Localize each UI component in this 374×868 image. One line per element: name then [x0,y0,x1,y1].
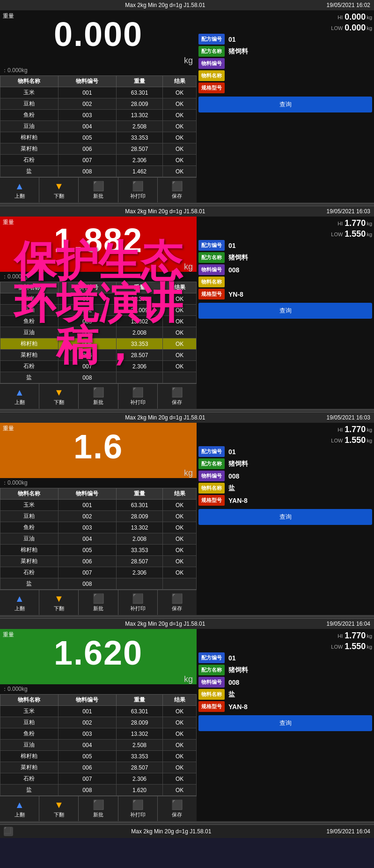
material-weight: 33.353 [116,545,162,556]
query-button[interactable]: 查询 [198,509,372,525]
recipe-code-label: 配方编号 [198,446,225,457]
btn-下翻[interactable]: ▼ 下翻 [39,590,79,615]
material-weight [116,578,162,590]
material-result: OK [163,706,197,717]
table-row: 石粉 007 2.306 OK [0,361,197,372]
query-button[interactable]: 查询 [198,303,372,319]
content-area: 重量 1.620 kg ：0.000kg 物料名称物料编号重量结果 [0,629,374,821]
low-row: LOW 1.550 kg [198,229,372,239]
btn-上翻[interactable]: ▲ 上翻 [0,590,39,615]
table-row: 玉米 001 63.301 OK [0,293,197,305]
material-code-label: 物料编号 [198,677,225,688]
btn-新批[interactable]: ⬛ 新批 [79,178,118,202]
material-result: OK [163,166,197,177]
btn-保存[interactable]: ⬛ 保存 [158,384,197,409]
material-code: 002 [58,98,116,110]
btn-下翻[interactable]: ▼ 下翻 [39,796,79,821]
header-bar: Max 2kg Min 20g d=1g J1.58.01 19/05/2021… [0,619,374,629]
material-name: 豆粕 [0,305,59,316]
material-weight: 28.009 [116,98,162,110]
material-code-value: 008 [228,679,239,686]
btn-下翻[interactable]: ▼ 下翻 [39,384,79,409]
low-value: 1.550 [345,229,366,239]
material-result: OK [163,143,197,155]
header-bar: Max 2kg Min 20g d=1g J1.58.01 19/05/2021… [0,206,374,217]
btn-新批[interactable]: ⬛ 新批 [79,590,118,615]
material-name: 豆油 [0,533,59,545]
material-code: 004 [58,533,116,545]
btn-label: 下翻 [54,399,64,406]
btn-label: 上翻 [15,811,25,818]
low-row: LOW 0.000 kg [198,23,372,33]
material-result: OK [163,773,197,785]
btn-保存[interactable]: ⬛ 保存 [158,590,197,615]
table-row: 玉米 001 63.301 OK [0,87,197,98]
recipe-code-label: 配方编号 [198,652,225,663]
left-panel: 重量 0.000 kg ：0.000kg 物料名称物料编号重量结果 [0,10,197,202]
spec-label: 规格型号 [198,289,225,299]
material-code: 005 [58,751,116,762]
btn-补打印[interactable]: ⬛ 补打印 [118,796,158,821]
material-weight: 13.302 [116,110,162,121]
screen-panel-1: Max 2kg Min 20g d=1g J1.58.01 19/05/2021… [0,0,374,203]
material-weight: 28.009 [116,305,162,316]
query-button[interactable]: 查询 [198,715,372,731]
spec-block: 规格型号 YAN-8 [198,495,372,506]
btn-补打印[interactable]: ⬛ 补打印 [118,590,158,615]
col-header: 物料编号 [58,695,116,706]
material-name-value: 盐 [228,484,235,493]
btn-补打印[interactable]: ⬛ 补打印 [118,384,158,409]
material-name: 豆油 [0,121,59,132]
btn-上翻[interactable]: ▲ 上翻 [0,178,39,202]
btn-补打印[interactable]: ⬛ 补打印 [118,178,158,202]
material-weight: 2.306 [116,155,162,166]
recipe-name-block: 配方名称 猪饲料 [198,458,372,469]
material-weight: 28.507 [116,556,162,567]
table-header: 物料名称物料编号重量结果 [0,695,197,706]
material-result: OK [163,98,197,110]
material-result: OK [163,293,197,305]
material-name: 豆粕 [0,717,59,728]
hi-label: HI [337,15,343,20]
material-code: 003 [58,110,116,121]
btn-label: 新批 [93,605,103,612]
btn-label: 上翻 [15,605,25,612]
spec-label: 规格型号 [198,82,225,93]
btn-新批[interactable]: ⬛ 新批 [79,384,118,409]
query-button[interactable]: 查询 [198,97,372,112]
btn-下翻[interactable]: ▼ 下翻 [39,178,79,202]
material-code: 006 [58,143,116,155]
btn-label: 补打印 [130,399,146,406]
recipe-name-value: 猪饲料 [228,254,248,262]
btn-label: 保存 [172,811,182,818]
hi-row: HI 1.770 kg [198,425,372,434]
data-table: 物料名称物料编号重量结果 玉米 001 63.301 OK 豆粕 002 28.… [0,75,197,177]
material-code: 007 [58,773,116,785]
low-value: 1.550 [345,435,366,445]
material-code: 002 [58,305,116,316]
col-header: 物料编号 [58,282,116,293]
final-header-right: 19/05/2021 16:04 [327,828,370,835]
low-label: LOW [331,232,343,237]
material-result [163,578,197,590]
header-center: Max 2kg Min 20g d=1g J1.58.01 [125,414,205,421]
button-row: ▲ 上翻 ▼ 下翻 ⬛ 新批 ⬛ 补打印 ⬛ 保存 [0,383,197,409]
right-panel: HI 0.000 kg LOW 0.000 kg 配方编号 01 配方名称 [197,10,374,202]
btn-新批[interactable]: ⬛ 新批 [79,796,118,821]
material-code: 003 [58,728,116,740]
btn-上翻[interactable]: ▲ 上翻 [0,796,39,821]
material-result: OK [163,751,197,762]
col-header: 重量 [116,282,162,293]
material-name: 盐 [0,372,59,383]
spec-label: 规格型号 [198,701,225,712]
table-row: 豆油 004 2.008 OK [0,327,197,338]
btn-保存[interactable]: ⬛ 保存 [158,178,197,202]
col-header: 物料编号 [58,488,116,500]
header-center: Max 2kg Min 20g d=1g J1.58.01 [125,208,205,215]
col-header: 结果 [163,695,197,706]
low-label: LOW [331,25,343,31]
btn-上翻[interactable]: ▲ 上翻 [0,384,39,409]
col-header: 物料编号 [58,76,116,87]
table-row: 石粉 007 2.306 OK [0,773,197,785]
btn-保存[interactable]: ⬛ 保存 [158,796,197,821]
